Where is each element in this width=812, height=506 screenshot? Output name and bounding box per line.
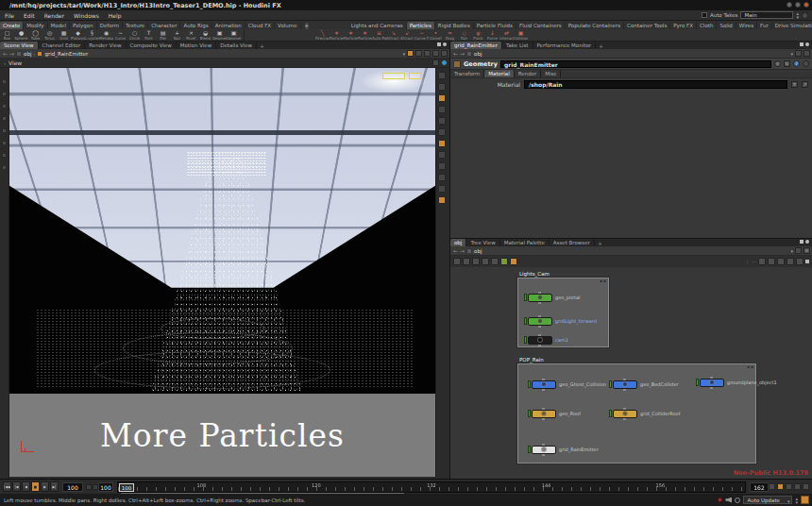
- network-node[interactable]: cam1: [524, 335, 568, 345]
- shelf-tool[interactable]: ◯ Tube: [28, 29, 42, 41]
- zoom-icon[interactable]: [796, 258, 804, 265]
- overflow-icon[interactable]: ⋮: [745, 259, 750, 264]
- shelf-tab[interactable]: Rigid Bodies: [435, 22, 474, 29]
- op-chooser-icon[interactable]: ≡: [791, 81, 798, 88]
- manual-cook-icon[interactable]: [801, 496, 809, 504]
- node-align-icon[interactable]: [482, 258, 489, 265]
- chevron-down-icon[interactable]: ▾: [790, 248, 793, 254]
- pane-tab[interactable]: obj: [450, 239, 466, 246]
- path-root[interactable]: obj: [474, 51, 482, 57]
- add-tab-icon[interactable]: +: [257, 42, 267, 49]
- shelf-tool[interactable]: ▦ Grid: [57, 29, 71, 41]
- vertex-icon[interactable]: [438, 151, 446, 159]
- shelf-tool[interactable]: ◒ Blend: [198, 29, 212, 41]
- box-collapse-icon[interactable]: ▪ ▪: [747, 364, 753, 369]
- shelf-tool[interactable]: ~ Curve: [113, 29, 127, 41]
- path-node[interactable]: grid_RainEmitter: [44, 51, 88, 57]
- menu-item[interactable]: File: [0, 12, 19, 19]
- pane-maximize-icon[interactable]: [800, 240, 804, 244]
- shelf-tool[interactable]: ∗ Particles fr...: [358, 29, 372, 41]
- globe-icon[interactable]: [441, 59, 448, 66]
- shelf-tab[interactable]: Volume: [275, 22, 300, 29]
- node-badge-icon[interactable]: [510, 258, 517, 265]
- shelf-tool[interactable]: • Comet: [429, 29, 443, 41]
- help-icon[interactable]: ?: [793, 60, 800, 67]
- display-flag[interactable]: [524, 317, 527, 325]
- pose-tool-icon[interactable]: [2, 128, 7, 133]
- node-body[interactable]: [528, 336, 552, 345]
- scale-tool-icon[interactable]: [2, 116, 7, 121]
- shelf-tab[interactable]: Particle Fluids: [474, 22, 516, 29]
- chevron-down-icon[interactable]: ▾: [402, 51, 405, 57]
- add-tab-icon[interactable]: +: [595, 240, 605, 246]
- timeline-ruler[interactable]: 108120132144156 100: [117, 481, 746, 493]
- parameter-tab[interactable]: Material: [484, 70, 514, 77]
- forward-icon[interactable]: →: [9, 50, 14, 57]
- pane-tab[interactable]: Composite View: [127, 42, 177, 49]
- persp-icon[interactable]: [432, 50, 439, 57]
- shelf-tool[interactable]: ↘ Attract to ...: [386, 29, 400, 41]
- snapshot-icon[interactable]: [407, 50, 414, 57]
- network-canvas[interactable]: Lights_Cam ▪ ▪ geo_portal: [450, 267, 812, 479]
- shelf-tab[interactable]: Cloud FX: [245, 22, 275, 29]
- loop-icon[interactable]: [777, 483, 784, 490]
- shelf-gear-icon[interactable]: +: [305, 23, 309, 29]
- take-stepper[interactable]: ▴▾: [796, 11, 799, 19]
- shelf-tool[interactable]: ~ Curve Force: [414, 29, 429, 41]
- path-root[interactable]: obj: [24, 51, 31, 57]
- shelf-tab[interactable]: Deform: [97, 22, 123, 29]
- pane-tab[interactable]: Tree View: [466, 239, 499, 246]
- auto-update-select[interactable]: Auto Update ▾: [743, 496, 792, 504]
- pane-maximize-icon[interactable]: [800, 42, 804, 46]
- current-frame-marker[interactable]: 100: [119, 483, 134, 492]
- pane-menu-icon[interactable]: [805, 42, 809, 46]
- node-name-field[interactable]: grid_RainEmitter: [500, 60, 771, 68]
- network-node[interactable]: gridLight_forward: [524, 316, 597, 326]
- pin-icon[interactable]: [466, 51, 472, 57]
- shelf-tab[interactable]: Modify: [24, 22, 47, 29]
- path-root[interactable]: obj: [474, 248, 482, 254]
- shelf-tab[interactable]: Container Tools: [624, 22, 670, 29]
- node-layout-icon[interactable]: [472, 258, 480, 265]
- auto-takes-checkbox[interactable]: [702, 12, 707, 18]
- material-path-field[interactable]: /shop/Rain: [524, 80, 787, 89]
- display-flag[interactable]: [609, 380, 612, 388]
- shelf-tab[interactable]: Wires: [736, 22, 757, 29]
- transport-button[interactable]: |◀: [12, 481, 21, 492]
- display-flag[interactable]: [524, 336, 527, 344]
- shelf-tool[interactable]: T Font: [142, 29, 156, 41]
- maximize-button[interactable]: [795, 2, 801, 8]
- pane-tab[interactable]: Details View: [216, 42, 257, 49]
- network-node[interactable]: grid_RainEmitter: [528, 445, 599, 454]
- shelf-tool[interactable]: ◆ Platonic: [71, 29, 85, 41]
- shelf-tool[interactable]: ∗ Particles fr...: [330, 29, 344, 41]
- flag-icon[interactable]: [795, 247, 802, 254]
- pane-tab[interactable]: Motion View: [177, 42, 216, 49]
- shelf-tool[interactable]: ▢ Box: [0, 29, 14, 41]
- shelf-tool[interactable]: ψ Flock: [471, 29, 485, 41]
- shelf-tab[interactable]: Cloth: [697, 22, 717, 29]
- frame-dec-icon[interactable]: [86, 484, 92, 490]
- select-tool-icon[interactable]: [2, 79, 7, 84]
- pane-tab[interactable]: Channel Editor: [39, 42, 86, 49]
- axis-toggle-icon[interactable]: [432, 59, 439, 66]
- wireframe-icon[interactable]: [438, 117, 446, 125]
- shelf-tool[interactable]: ◇ Fan: [457, 29, 471, 41]
- shelf-tool[interactable]: × Rivet: [184, 29, 198, 41]
- target-icon[interactable]: ◎: [774, 60, 781, 67]
- shelf-tab[interactable]: Particles: [407, 22, 435, 29]
- node-body[interactable]: [700, 379, 724, 387]
- box-collapse-icon[interactable]: ▪ ▪: [600, 278, 606, 283]
- group-display-icon[interactable]: [438, 140, 446, 147]
- update-stepper[interactable]: ▴▾: [795, 497, 798, 504]
- speaker-icon[interactable]: [725, 498, 732, 503]
- shelf-tab[interactable]: Create: [0, 22, 24, 29]
- primitive-icon[interactable]: [438, 162, 446, 170]
- node-color-icon[interactable]: [491, 258, 499, 265]
- network-node[interactable]: grid_ColliderRoof: [609, 409, 680, 418]
- shelf-tool[interactable]: + Null: [170, 29, 184, 41]
- shelf-tool[interactable]: ▣ Geometry: [227, 29, 241, 41]
- menu-item[interactable]: Edit: [19, 12, 40, 19]
- display-flag[interactable]: [528, 380, 531, 388]
- network-node[interactable]: geo_Roof: [528, 409, 581, 418]
